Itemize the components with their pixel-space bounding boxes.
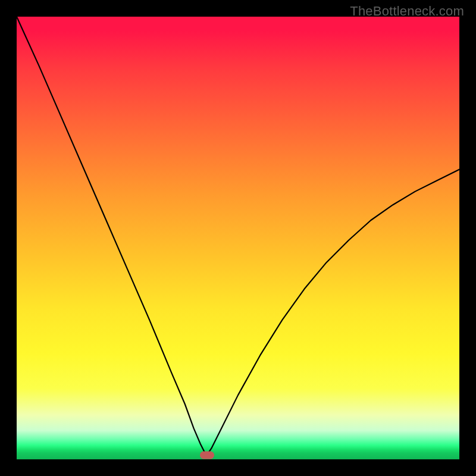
optimal-marker bbox=[200, 451, 214, 459]
chart-container: TheBottleneck.com bbox=[0, 0, 476, 476]
bottleneck-curve bbox=[17, 17, 459, 459]
watermark-text: TheBottleneck.com bbox=[350, 4, 464, 19]
plot-area bbox=[17, 17, 459, 459]
